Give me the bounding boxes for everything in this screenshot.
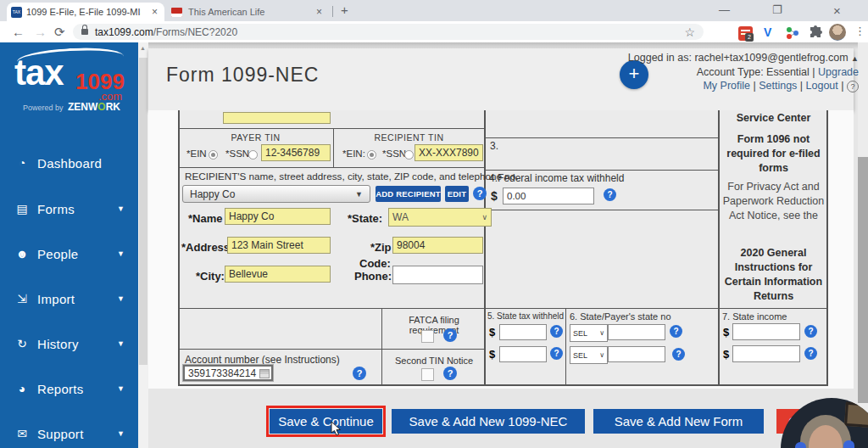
state-select-value: SEL <box>573 329 587 338</box>
profile-avatar[interactable] <box>829 24 846 41</box>
people-icon: ☻ <box>14 247 31 260</box>
page-title: Form 1099-NEC <box>166 64 319 87</box>
sidebar-item-history[interactable]: ↻ History ▼ <box>0 333 138 354</box>
save-add-new-form-button[interactable]: Save & Add New Form <box>593 409 764 434</box>
state1-select[interactable]: SEL∨ <box>570 324 608 342</box>
fatca-checkbox[interactable] <box>421 330 434 343</box>
help-icon[interactable]: ? <box>550 325 563 338</box>
collapse-caret-icon[interactable]: ▲ <box>851 54 859 63</box>
second-tin-label: Second TIN Notice <box>383 356 485 366</box>
scrollbar-thumb[interactable] <box>139 58 147 365</box>
sidebar-item-forms[interactable]: ▤ Forms ▼ <box>0 199 138 219</box>
add-recipient-button[interactable]: ADD RECIPIENT <box>376 186 441 202</box>
payer-ein-radio[interactable] <box>209 150 218 160</box>
help-icon[interactable]: ? <box>672 348 685 361</box>
settings-link[interactable]: Settings <box>759 80 797 92</box>
phone-input[interactable] <box>392 266 483 284</box>
sidebar-item-reports[interactable]: ◕ Reports ▼ <box>0 378 138 399</box>
state1-tax-withheld-input[interactable] <box>499 324 547 340</box>
browser-menu-icon[interactable]: ⋮ <box>854 25 865 37</box>
inner-scrollbar[interactable]: ▲ <box>138 42 148 448</box>
recipient-tin-input[interactable] <box>415 144 483 161</box>
state-select[interactable]: WA ∨ <box>388 208 492 227</box>
currency-symbol: $ <box>489 348 495 361</box>
sidebar-item-people[interactable]: ☻ People ▼ <box>0 244 138 264</box>
save-continue-button[interactable]: Save & Continue <box>270 409 382 434</box>
second-tin-checkbox[interactable] <box>421 368 434 381</box>
federal-tax-input[interactable] <box>503 188 594 204</box>
new-tab-icon[interactable]: + <box>341 3 348 17</box>
sidebar-item-import[interactable]: ⇲ Import ▼ <box>0 288 138 309</box>
city-input[interactable] <box>225 266 331 283</box>
tab-close-icon[interactable]: × <box>145 6 164 18</box>
help-icon[interactable]: ? <box>670 325 682 338</box>
help-icon[interactable]: ? <box>353 367 366 380</box>
url-bar[interactable]: tax1099.com /Forms/NEC?2020 ☆ <box>73 24 704 40</box>
extension-share-icon[interactable] <box>785 25 800 44</box>
grid-line <box>178 167 486 168</box>
state2-tax-withheld-input[interactable] <box>499 346 547 362</box>
fatca-label: FATCA filing requirement <box>383 315 485 335</box>
upgrade-link[interactable]: Upgrade <box>818 66 859 78</box>
name-input[interactable] <box>225 208 331 225</box>
window-maximize-icon[interactable]: ❐ <box>772 3 782 16</box>
window-close-icon[interactable]: × <box>833 3 841 18</box>
payer-state1-no-input[interactable] <box>608 324 665 340</box>
help-icon[interactable]: ? <box>804 325 817 338</box>
scroll-up-icon[interactable]: ▲ <box>140 45 146 51</box>
logout-link[interactable]: Logout <box>806 80 838 92</box>
reload-icon[interactable]: ⟳ <box>54 25 65 40</box>
tab-this-american-life[interactable]: This American Life × <box>166 3 329 21</box>
edit-recipient-button[interactable]: EDIT <box>445 186 469 202</box>
state2-income-input[interactable] <box>732 345 800 362</box>
extension-badge: 2 <box>745 33 754 42</box>
box6-label: 6. State/Payer's state no <box>570 311 671 322</box>
payer-state2-no-input[interactable] <box>608 346 665 362</box>
state1-income-input[interactable] <box>732 323 800 340</box>
extensions-puzzle-icon[interactable] <box>809 25 823 43</box>
recipient-dropdown[interactable]: Happy Co ▼ <box>182 185 370 203</box>
sidebar-item-dashboard[interactable]: ◔ Dashboard <box>0 153 138 173</box>
box3-label: 3. <box>490 140 498 152</box>
extension-1099-icon[interactable]: 2 <box>738 26 753 41</box>
help-icon[interactable]: ? <box>443 367 457 380</box>
extension-v-icon[interactable]: V <box>764 25 771 39</box>
window-minimize-icon[interactable]: — <box>719 3 730 16</box>
zip-input[interactable] <box>392 237 483 254</box>
sidebar-item-support[interactable]: ✉ Support ▼ <box>0 423 138 444</box>
grid-line <box>486 170 718 171</box>
tab-close-icon[interactable]: × <box>309 6 329 18</box>
my-profile-link[interactable]: My Profile <box>703 80 750 92</box>
help-icon[interactable]: ? <box>604 188 616 201</box>
help-icon[interactable]: ? <box>550 347 563 360</box>
recipient-ssn-radio[interactable] <box>404 150 414 160</box>
help-icon[interactable]: ? <box>804 347 817 360</box>
city-label: *City: <box>196 270 225 283</box>
help-icon[interactable]: ? <box>443 328 457 342</box>
help-icon[interactable]: ? <box>847 81 859 92</box>
autofill-icon[interactable] <box>259 369 270 378</box>
state2-select[interactable]: SEL∨ <box>570 346 608 364</box>
bookmark-star-icon[interactable]: ☆ <box>684 25 695 39</box>
save-add-new-1099nec-button[interactable]: Save & Add New 1099-NEC <box>392 409 585 434</box>
currency-symbol: $ <box>489 326 495 339</box>
tab-tax1099[interactable]: TAX 1099 E-File, E-File 1099-MISC, 10 × <box>7 3 164 21</box>
account-info: Logged in as: rachel+tax1099@gentlefrog.… <box>628 52 859 92</box>
headphone-right <box>843 440 854 448</box>
back-icon[interactable]: ← <box>12 25 25 39</box>
clipped-top-input[interactable] <box>223 112 331 124</box>
payer-ssn-radio[interactable] <box>248 150 258 160</box>
forward-icon[interactable]: → <box>34 25 47 39</box>
logo-tax: tax <box>14 53 64 93</box>
tab-divider <box>332 6 333 17</box>
chevron-down-icon: ▼ <box>117 294 125 303</box>
recipient-ein-label: *EIN: <box>342 148 365 159</box>
payer-tin-input[interactable] <box>261 144 331 161</box>
scrollbar-thumb[interactable] <box>858 157 868 403</box>
forms-icon: ▤ <box>14 202 31 216</box>
help-icon[interactable]: ? <box>473 187 487 200</box>
recipient-ein-radio[interactable] <box>367 150 376 160</box>
general-instructions-notice: 2020 General Instructions for Certain In… <box>721 246 826 304</box>
address-input[interactable] <box>227 237 331 254</box>
page-scrollbar[interactable] <box>858 42 868 448</box>
